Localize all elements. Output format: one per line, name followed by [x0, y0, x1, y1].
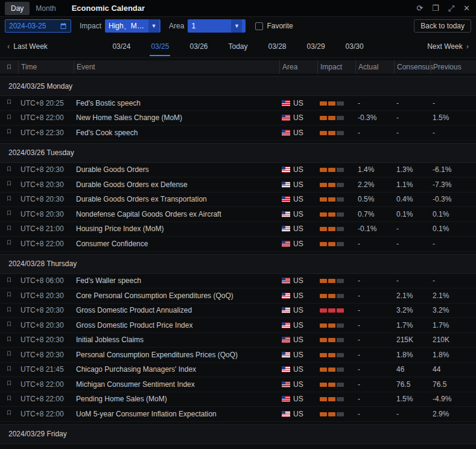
- us-flag-icon: [282, 226, 290, 232]
- chevron-left-icon: ‹: [7, 42, 10, 51]
- day-tab-03-26[interactable]: 03/26: [188, 37, 209, 56]
- day-tab-03-25[interactable]: 03/25: [150, 37, 170, 56]
- bookmark-icon[interactable]: [6, 336, 12, 345]
- event-actual: 1.4%: [355, 165, 394, 174]
- event-row[interactable]: UTC+8 21:00Housing Price Index (MoM)US-0…: [0, 222, 476, 237]
- bookmark-icon[interactable]: [6, 365, 12, 374]
- economic-calendar-window: Day Month Economic Calendar ⟳ ❐ ⤢ ✕ 2024…: [0, 0, 476, 444]
- impact-segment: [337, 412, 344, 416]
- bookmark-icon[interactable]: [6, 195, 12, 204]
- event-name: UoM 5-year Consumer Inflation Expectatio…: [74, 410, 279, 418]
- event-row[interactable]: UTC+8 20:30Gross Domestic Product Price …: [0, 318, 476, 333]
- event-row[interactable]: UTC+8 22:00Michigan Consumer Sentiment I…: [0, 377, 476, 392]
- bookmark-icon[interactable]: [6, 128, 12, 137]
- bookmark-icon[interactable]: [6, 395, 12, 404]
- us-flag-icon: [282, 396, 290, 402]
- column-header-time: Time: [18, 60, 74, 74]
- event-row[interactable]: UTC+8 20:30Personal Consumption Expendit…: [0, 348, 476, 363]
- bookmark-icon[interactable]: [6, 224, 12, 234]
- event-row[interactable]: UTC+8 06:00Fed's Waller speechUS---: [0, 274, 476, 289]
- date-group-header: 2024/03/29 Friday: [0, 424, 476, 444]
- close-icon[interactable]: ✕: [463, 4, 470, 12]
- refresh-icon[interactable]: ⟳: [416, 4, 423, 12]
- tab-month[interactable]: Month: [30, 2, 62, 15]
- impact-segment: [337, 212, 344, 217]
- bookmark-icon[interactable]: [6, 276, 12, 285]
- bookmark-icon[interactable]: [6, 350, 12, 359]
- table-body: 2024/03/25 MondayUTC+8 20:25Fed's Bostic…: [0, 76, 476, 444]
- event-consensus: -: [394, 129, 430, 137]
- bookmark-icon[interactable]: [6, 113, 12, 123]
- bookmark-icon[interactable]: [6, 180, 12, 189]
- event-row[interactable]: UTC+8 20:30Durable Goods Orders ex Trans…: [0, 193, 476, 208]
- day-tab-03-29[interactable]: 03/29: [306, 37, 326, 56]
- day-tab-03-24[interactable]: 03/24: [111, 37, 132, 56]
- bookmark-icon[interactable]: [6, 209, 12, 218]
- event-previous: -: [430, 276, 476, 285]
- event-row[interactable]: UTC+8 22:00UoM 5-year Consumer Inflation…: [0, 407, 476, 422]
- us-flag-icon: [282, 293, 290, 299]
- event-row[interactable]: UTC+8 20:30Durable Goods OrdersUS1.4%1.3…: [0, 163, 476, 178]
- event-row[interactable]: UTC+8 20:30Core Personal Consumption Exp…: [0, 288, 476, 304]
- impact-medium-indicator: [320, 412, 344, 416]
- us-flag-icon: [282, 211, 290, 217]
- event-name: Pending Home Sales (MoM): [74, 395, 279, 403]
- calendar-icon: [60, 22, 67, 30]
- expand-icon[interactable]: ⤢: [448, 4, 454, 12]
- date-group-header: 2024/03/25 Monday: [0, 76, 476, 96]
- event-row[interactable]: UTC+8 20:30Durable Goods Orders ex Defen…: [0, 177, 476, 193]
- tab-day[interactable]: Day: [5, 2, 30, 15]
- back-to-today-button[interactable]: Back to today: [414, 19, 471, 33]
- next-week-button[interactable]: Next Week ›: [427, 42, 469, 51]
- favorite-checkbox[interactable]: [255, 22, 263, 30]
- last-week-label: Last Week: [13, 42, 47, 51]
- bookmark-cell: [0, 380, 18, 389]
- table-header: Time Event Area Impact Actual Consensus …: [0, 60, 476, 74]
- event-row[interactable]: UTC+8 20:25Fed's Bostic speechUS---: [0, 96, 476, 111]
- event-row[interactable]: UTC+8 22:00New Home Sales Change (MoM)US…: [0, 111, 476, 126]
- event-consensus: 46: [394, 365, 430, 374]
- favorite-checkbox-wrap[interactable]: Favorite: [255, 22, 293, 30]
- event-row[interactable]: UTC+8 22:00Consumer ConfidenceUS---: [0, 237, 476, 252]
- event-row[interactable]: UTC+8 20:30Initial Jobless ClaimsUS-215K…: [0, 333, 476, 348]
- impact-segment: [328, 383, 335, 387]
- area-select[interactable]: 1 ▼: [188, 19, 246, 33]
- day-tab-today[interactable]: Today: [227, 37, 249, 56]
- event-name: Chicago Purchasing Managers' Index: [74, 365, 279, 374]
- date-group-header: 2024/03/26 Tuesday: [0, 143, 476, 163]
- impact-medium-indicator: [320, 212, 344, 217]
- popout-icon[interactable]: ❐: [432, 4, 439, 12]
- event-row[interactable]: UTC+8 20:30Gross Domestic Product Annual…: [0, 304, 476, 319]
- date-picker[interactable]: 2024-03-25: [5, 19, 71, 33]
- bookmark-icon[interactable]: [6, 380, 12, 389]
- event-time: UTC+8 06:00: [18, 276, 74, 285]
- area-label: US: [293, 240, 303, 248]
- bookmark-icon[interactable]: [6, 409, 12, 418]
- day-tab-03-30[interactable]: 03/30: [344, 37, 365, 56]
- event-row[interactable]: UTC+8 21:45Chicago Purchasing Managers' …: [0, 363, 476, 378]
- event-consensus: 1.3%: [394, 165, 430, 174]
- event-previous: 0.1%: [430, 210, 476, 218]
- event-row[interactable]: UTC+8 20:30Nondefense Capital Goods Orde…: [0, 207, 476, 222]
- event-previous: -7.3%: [430, 180, 476, 189]
- impact-cell: [317, 321, 355, 330]
- event-row[interactable]: UTC+8 22:00Pending Home Sales (MoM)US-1.…: [0, 392, 476, 407]
- impact-cell: [317, 113, 355, 122]
- impact-segment: [337, 279, 344, 283]
- bookmark-icon[interactable]: [6, 98, 12, 107]
- day-tab-03-28[interactable]: 03/28: [267, 37, 288, 56]
- chevron-down-icon: ▼: [148, 19, 159, 33]
- event-consensus: 76.5: [394, 380, 430, 389]
- bookmark-icon[interactable]: [6, 320, 12, 330]
- last-week-button[interactable]: ‹ Last Week: [7, 42, 48, 51]
- bookmark-icon[interactable]: [6, 291, 12, 300]
- bookmark-icon[interactable]: [6, 306, 12, 315]
- bookmark-icon[interactable]: [6, 239, 12, 248]
- impact-select[interactable]: High、Medi... ▼: [105, 19, 160, 33]
- impact-cell: [317, 380, 355, 389]
- impact-cell: [317, 336, 355, 344]
- area-label: US: [293, 365, 303, 374]
- event-row[interactable]: UTC+8 22:30Fed's Cook speechUS---: [0, 126, 476, 141]
- impact-segment: [328, 242, 335, 246]
- bookmark-icon[interactable]: [6, 165, 12, 174]
